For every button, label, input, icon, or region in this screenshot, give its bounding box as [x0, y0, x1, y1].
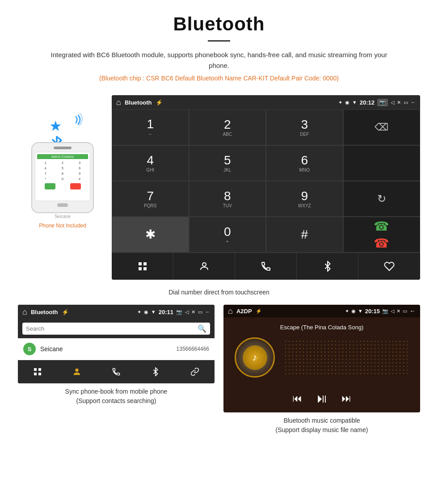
key-star[interactable]: ✱	[112, 217, 189, 252]
end-call-button[interactable]: ☎	[374, 236, 389, 251]
phone-bottom-row	[37, 183, 88, 189]
svg-rect-0	[139, 262, 142, 265]
music-close-icon: ✕	[396, 308, 400, 314]
bluetooth-button[interactable]	[297, 253, 358, 280]
key-8[interactable]: 8 TUV	[189, 181, 266, 217]
pb-close-icon: ✕	[191, 309, 195, 315]
top-section: ★ Add to Contact	[18, 95, 420, 280]
page-header: Bluetooth Integrated with BC6 Bluetooth …	[0, 0, 438, 95]
contacts-button[interactable]	[173, 253, 235, 280]
bluetooth-status-icon: ✦	[338, 100, 342, 105]
music-app-name: A2DP	[236, 308, 252, 315]
contact-name: Seicane	[40, 345, 172, 353]
skip-next-button[interactable]: ⏭	[341, 393, 351, 404]
contact-row[interactable]: S Seicane 13566664466	[18, 338, 215, 360]
pb-grid-btn[interactable]	[18, 363, 57, 381]
music-note-icon: ♪	[253, 352, 257, 363]
pb-back-icon[interactable]: ←	[205, 309, 210, 315]
svg-rect-3	[143, 267, 147, 270]
volume-icon: ◁	[391, 100, 394, 105]
phone-mockup: Add to Contacts 123 456 789 *0#	[31, 142, 94, 213]
svg-rect-6	[38, 368, 41, 371]
settings-button[interactable]	[358, 253, 420, 280]
pb-bt-btn[interactable]	[136, 363, 175, 381]
phonebook-usb-icon: ⚡	[62, 309, 69, 315]
svg-rect-5	[34, 368, 37, 371]
key-9[interactable]: 9 WXYZ	[266, 181, 343, 217]
music-back-icon[interactable]: ←	[409, 307, 416, 315]
bottom-screenshots: ⌂ Bluetooth ⚡ ✦ ◉ ▼ 20:11 📷 ◁ ✕ ▭ ←	[18, 305, 420, 435]
phone-illustration: ★ Add to Contact	[18, 95, 107, 229]
pb-person-btn[interactable]	[57, 363, 97, 381]
status-time: 20:12	[360, 99, 375, 106]
bottom-action-bar	[112, 252, 420, 280]
key-2[interactable]: 2 ABC	[189, 109, 266, 145]
skip-prev-button[interactable]: ⏮	[292, 393, 302, 404]
svg-rect-8	[38, 373, 41, 375]
music-cam-icon: 📷	[382, 308, 388, 314]
music-sig-icon: ▼	[358, 308, 363, 314]
key-4[interactable]: 4 GHI	[112, 145, 189, 181]
page-description: Integrated with BC6 Bluetooth module, su…	[45, 50, 393, 71]
album-art-inner: ♪	[243, 345, 267, 370]
backspace-icon[interactable]: ⌫	[375, 122, 388, 133]
call-button[interactable]: ☎	[374, 219, 389, 234]
phone-screen-header: Add to Contacts	[37, 154, 88, 159]
phone-green-btn	[45, 183, 55, 189]
music-bt-icon: ✦	[345, 308, 349, 314]
music-loc-icon: ◉	[351, 308, 356, 314]
phone-button[interactable]	[235, 253, 297, 280]
contact-number: 13566664466	[177, 346, 209, 352]
pb-sig-icon: ▼	[151, 309, 156, 315]
home-icon[interactable]: ⌂	[116, 98, 121, 107]
play-pause-button[interactable]: ⏯	[316, 391, 328, 406]
phone-screen: Add to Contacts 123 456 789 *0#	[35, 152, 90, 201]
phonebook-bottom-bar	[18, 360, 215, 383]
phone-red-btn	[70, 183, 81, 189]
svg-rect-7	[34, 373, 37, 375]
svg-point-4	[202, 263, 206, 266]
header-divider	[208, 40, 230, 42]
phone-dialpad: 123 456 789 *0#	[37, 160, 88, 181]
pb-screen-icon: ▭	[198, 309, 202, 315]
camera-icon[interactable]: 📷	[377, 99, 388, 106]
close-icon: ✕	[397, 100, 401, 105]
phonebook-time: 20:11	[159, 309, 173, 315]
grid-button[interactable]	[112, 253, 173, 280]
music-controls: ⏮ ⏯ ⏭	[223, 384, 420, 412]
pb-vol-icon: ◁	[185, 309, 189, 315]
pb-link-btn[interactable]	[175, 363, 215, 381]
pb-bt-icon: ✦	[137, 309, 141, 315]
phonebook-home-icon[interactable]: ⌂	[22, 307, 27, 317]
page-specs: (Bluetooth chip : CSR BC6 Default Blueto…	[27, 75, 411, 82]
key-0[interactable]: 0 +	[189, 217, 266, 252]
search-bar: 🔍	[22, 323, 210, 335]
music-screenshot-item: ⌂ A2DP ⚡ ✦ ◉ ▼ 20:15 📷 ◁ ✕ ▭ ←	[223, 305, 420, 435]
key-3[interactable]: 3 DEF	[266, 109, 343, 145]
music-usb-icon: ⚡	[256, 308, 262, 314]
phonebook-status-bar: ⌂ Bluetooth ⚡ ✦ ◉ ▼ 20:11 📷 ◁ ✕ ▭ ←	[18, 305, 215, 319]
pb-cam-icon: 📷	[176, 309, 182, 315]
key-hash[interactable]: #	[266, 217, 343, 252]
music-status-bar: ⌂ A2DP ⚡ ✦ ◉ ▼ 20:15 📷 ◁ ✕ ▭ ←	[223, 305, 420, 317]
song-title: Escape (The Pina Colada Song)	[280, 324, 363, 331]
pb-phone-btn[interactable]	[97, 363, 136, 381]
music-vol-icon: ◁	[391, 308, 394, 314]
wifi-icon	[63, 113, 83, 137]
key-6[interactable]: 6 MNO	[266, 145, 343, 181]
phonebook-screenshot-item: ⌂ Bluetooth ⚡ ✦ ◉ ▼ 20:11 📷 ◁ ✕ ▭ ←	[18, 305, 215, 435]
music-home-icon[interactable]: ⌂	[228, 307, 233, 316]
key-7[interactable]: 7 PQRS	[112, 181, 189, 217]
location-icon: ◉	[345, 100, 350, 105]
back-icon[interactable]: ←	[411, 100, 416, 105]
refresh-cell[interactable]: ↻	[343, 181, 421, 217]
music-screen: ⌂ A2DP ⚡ ✦ ◉ ▼ 20:15 📷 ◁ ✕ ▭ ←	[223, 305, 420, 412]
music-screen-icon: ▭	[403, 308, 407, 314]
key-1[interactable]: 1 ⌣	[112, 109, 189, 145]
phone-speaker	[54, 147, 72, 149]
search-input[interactable]	[26, 325, 195, 332]
refresh-icon: ↻	[377, 193, 386, 205]
key-5[interactable]: 5 JKL	[189, 145, 266, 181]
album-art: ♪	[235, 337, 275, 378]
contact-avatar: S	[23, 343, 36, 355]
